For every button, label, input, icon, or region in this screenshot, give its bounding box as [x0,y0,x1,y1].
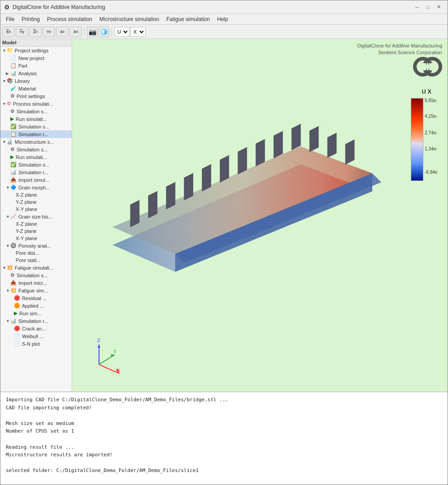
svg-marker-8 [148,191,157,218]
tree-sim-result1[interactable]: 📋 Simulation r... [0,130,72,138]
tree-sim-settings1[interactable]: ⚙ Simulation s... [0,107,72,115]
tree-run-sim2[interactable]: ▶ Run simulati... [0,153,72,161]
part-icon: 📋 [10,63,17,69]
main-content: Model ▼ 📁 Project settings 📄 New project… [0,39,448,485]
legend-val-1: -6.84e [425,170,437,175]
menu-microstructure-sim[interactable]: Microstructure simulation [96,15,163,23]
tree-process-sim[interactable]: ▼ ⚙ Process simulati... [0,100,72,107]
camera-icon-btn[interactable]: 📷 [87,26,98,37]
grainmorph-icon: 🔷 [10,185,17,190]
tree-gm-xz[interactable]: X-Z plane [0,191,72,198]
runsim3-icon: ▶ [14,310,17,316]
menu-fatigue-sim[interactable]: Fatigue simulation [163,15,213,23]
toolbar-x-btn[interactable]: Xx [2,26,15,37]
minimize-button[interactable]: ─ [412,3,422,12]
simstatus1-icon: ✅ [10,124,17,129]
svg-marker-15 [274,131,283,158]
svg-text:Y: Y [113,349,117,354]
tree-grain-morph[interactable]: ▼ 🔷 Grain morph... [0,184,72,191]
model-svg [86,75,399,326]
tree-porosity[interactable]: ▼ 🔘 Porosity anal... [0,242,72,249]
tree-run-sim3[interactable]: ▶ Run sim... [0,309,72,317]
simresult3-icon: 📊 [10,318,17,324]
tree-gs-xy[interactable]: X-Y plane [0,235,72,242]
tree-grain-size[interactable]: ▼ 📈 Grain size his... [0,213,72,220]
tree-residual[interactable]: 🔴 Residual ... [0,294,72,302]
legend-val-2: 1.34e- [425,146,437,151]
tree-micro-sim[interactable]: ▼ 🔬 Microstructure s... [0,138,72,146]
svg-marker-19 [345,140,354,164]
tree-gm-xy[interactable]: X-Y plane [0,206,72,213]
tree-sim-result2[interactable]: 📊 Simulation r... [0,168,72,176]
tree-gs-xz[interactable]: X-Z plane [0,220,72,227]
3d-icon-btn[interactable]: 🧊 [99,26,109,37]
simstatus2-icon: ✅ [10,162,17,167]
tree-material[interactable]: 🧪 Material [0,85,72,92]
maximize-button[interactable]: □ [422,3,433,12]
tree-sim-result3[interactable]: ▼ 📊 Simulation r... [0,317,72,325]
legend-val-4: 4.15e- [425,114,437,119]
console-line-0: Importing CAD file C:/DigitalClone_Demo_… [6,396,442,404]
tree-crack-an[interactable]: 🔴 Crack an... [0,325,72,332]
tree-import-sim[interactable]: 📥 Import simul... [0,176,72,184]
tree-sim-settings2[interactable]: ⚙ Simulation s... [0,146,72,153]
sidebar: Model ▼ 📁 Project settings 📄 New project… [0,39,72,391]
menu-process-sim[interactable]: Process simulation [43,15,96,23]
svg-marker-40 [98,344,100,348]
toolbar-yz-btn[interactable]: Yz [43,26,55,37]
tree-applied[interactable]: 🟠 Applied ... [0,302,72,309]
console-line-7: Microstructure results are imported! [6,451,442,459]
tree-gm-yz[interactable]: Y-Z plane [0,198,72,206]
close-button[interactable]: ✕ [433,3,444,12]
tree-library[interactable]: ▼ 📚 Library [0,77,72,85]
menu-help[interactable]: Help [214,15,232,23]
brand-line1: DigitalClone for Additive Manufacturing [357,43,442,49]
tree-analysis[interactable]: ▶ 📊 Analysis [0,69,72,77]
library-icon: 📚 [7,78,13,84]
tree-run-sim1[interactable]: ▶ Run simulati... [0,115,72,123]
viewport[interactable]: DigitalClone for Additive Manufacturing … [72,39,448,391]
toolbar-xz-btn[interactable]: Xz [56,26,69,37]
tree-print-settings[interactable]: ⚙ Print settings [0,92,72,100]
importsim-icon: 📥 [10,177,17,183]
legend-color-bar [411,98,423,181]
toolbar-sep1 [84,27,85,36]
svg-line-36 [99,365,119,373]
console-line-3: Mesh size set as medium [6,420,442,428]
svg-marker-13 [238,147,247,174]
3d-model [86,75,399,343]
material-icon: 🧪 [10,86,17,91]
runsim1-icon: ▶ [10,116,14,122]
tree-weibull[interactable]: 📄 Weibull ... [0,332,72,340]
svg-marker-10 [184,173,193,200]
tree-part[interactable]: 📋 Part [0,62,72,69]
menu-file[interactable]: File [2,15,18,23]
fatiguesimset-icon: ⚙ [10,272,15,278]
tree-fatigue-simset[interactable]: ⚙ Simulation s... [0,271,72,279]
axis-indicator: Z X Y [86,338,121,373]
toolbar-y-btn[interactable]: Yy [16,26,28,37]
tree-fatigue-sim[interactable]: ▼ 💥 Fatigue simulati... [0,264,72,271]
toolbar-xzx-btn[interactable]: Xx [69,26,82,37]
tree-project-settings[interactable]: ▼ 📁 Project settings [0,47,72,54]
simsettings1-icon: ⚙ [10,108,15,114]
tree-gs-yz[interactable]: Y-Z plane [0,227,72,235]
menu-printing[interactable]: Printing [18,15,43,23]
crackan-icon: 🔴 [14,326,20,331]
u-dropdown[interactable]: U [114,27,129,37]
tree-sim-status1[interactable]: ✅ Simulation s... [0,123,72,130]
tree-pore-dist[interactable]: Pore dist... [0,249,72,257]
svg-marker-7 [130,200,139,227]
tree-sim-status2[interactable]: ✅ Simulation s... [0,161,72,168]
console-line-9: selected folder: C:/DigitalClone_Demo_Fo… [6,467,442,475]
tree-fatigue-sim2[interactable]: ▼ 💥 Fatigue sim... [0,287,72,294]
tree-import-micro[interactable]: 📥 Import micr... [0,279,72,287]
console-line-4: Number of CPUS set as 1 [6,427,442,435]
tree-sn-plot[interactable]: 📄 S-N plot [0,340,72,348]
color-legend: U X 5.55e- 4.15e- 2.74e- 1.34e- -6.84e [411,88,442,181]
toolbar-z-btn[interactable]: Zz [29,26,42,37]
window-title: DigitalClone for Additive Manufacturing [13,4,412,10]
tree-new-project[interactable]: 📄 New project [0,54,72,62]
tree-pore-stat[interactable]: Pore stati... [0,257,72,264]
x-dropdown[interactable]: X [130,27,146,37]
